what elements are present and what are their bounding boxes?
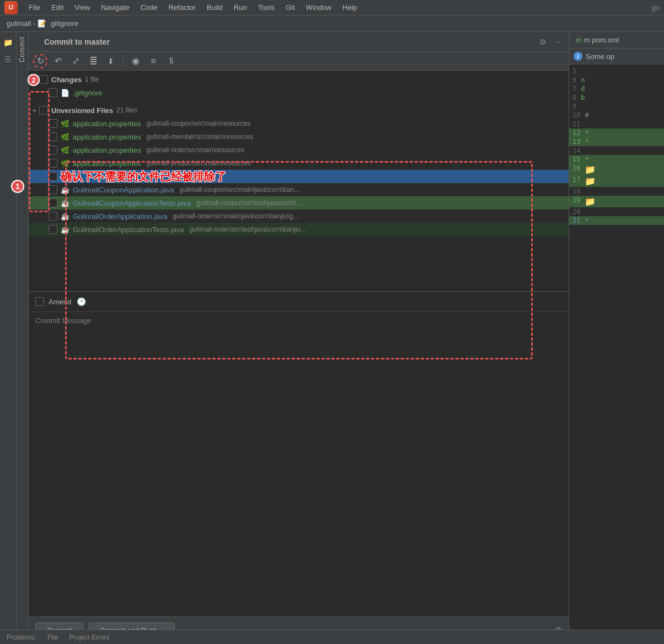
file-checkbox[interactable] — [49, 198, 57, 207]
file-checkbox[interactable] — [49, 132, 57, 141]
file-name: GulimailOrderApplication.java — [73, 212, 167, 221]
file-list-area: ▾ Changes 1 file 📄 .gitignore — [29, 71, 569, 291]
panel-minimize-icon[interactable]: − — [553, 36, 562, 47]
file-path: gulimall-order\src\main\java\com\banjiu\… — [173, 212, 298, 220]
changes-count: 1 file — [85, 76, 99, 83]
breadcrumb: gulimall › 📝 .gitignore — [0, 15, 664, 32]
file-checkbox[interactable] — [49, 225, 57, 234]
menu-file[interactable]: File — [24, 2, 45, 13]
file-name: GulimailCouponApplication.java — [73, 186, 174, 194]
side-strip: 📁 ☰ — [0, 32, 17, 644]
list-item[interactable]: ☕ GulimailOrderApplication.java gulimall… — [29, 210, 569, 223]
list-item[interactable]: ☕ GulimailCouponApplication.java gulimal… — [29, 183, 569, 196]
list-item[interactable]: 🌿 application.properties gulimall-member… — [29, 130, 569, 143]
file-path: gulimall-member\src\main\resources — [147, 133, 253, 141]
menu-git[interactable]: Git — [281, 2, 299, 13]
menu-run[interactable]: Run — [229, 2, 251, 13]
info-text: Some o — [586, 52, 611, 61]
file-path: gulimall-order\src\test\java\com\banjiu.… — [190, 226, 306, 233]
breadcrumb-sep: › — [33, 19, 35, 28]
menu-refactor[interactable]: Refactor — [164, 2, 200, 13]
list-item[interactable]: 🌿 application.properties gulimall-coupon… — [29, 117, 569, 130]
file-name: GulimailOrderApplicationTests.java — [73, 226, 184, 234]
list-item[interactable]: 🌿 application.properties gulimall-order\… — [29, 143, 569, 157]
status-problems[interactable]: Problems: — [7, 634, 36, 641]
panel-header: 2 Commit to master ⚙ − — [29, 32, 569, 52]
spring-icon: 🌿 — [61, 146, 69, 154]
menu-code[interactable]: Code — [136, 2, 162, 13]
commit-message-area[interactable]: Commit Message — [29, 312, 569, 616]
status-bar: Problems: File Project Errors — [0, 630, 664, 644]
changes-checkbox[interactable] — [39, 75, 48, 84]
filter2-button[interactable]: ⥮ — [164, 54, 178, 68]
menubar-right-text: gu — [652, 3, 660, 12]
list-item[interactable]: ☕ GulimailCouponApplicationTests.java gu… — [29, 196, 569, 210]
info-icon: i — [574, 52, 582, 61]
menu-edit[interactable]: Edit — [47, 2, 68, 13]
breadcrumb-file-icon: 📝 — [38, 19, 46, 28]
changes-group: ▾ Changes 1 file 📄 .gitignore — [29, 71, 569, 101]
chevron-down-icon: ▾ — [33, 77, 36, 83]
file-path: gulimall-coupon\src\main\java\com\ban... — [180, 186, 299, 194]
file-checkbox[interactable] — [49, 146, 57, 154]
file-checkbox[interactable] — [49, 88, 57, 97]
menu-view[interactable]: View — [70, 2, 94, 13]
menu-help[interactable]: Help — [338, 2, 362, 13]
breadcrumb-project[interactable]: gulimall — [7, 19, 31, 28]
panel-settings-icon[interactable]: ⚙ — [537, 36, 549, 47]
java-icon: ☕ — [61, 212, 69, 221]
undo-button[interactable]: ↶ — [51, 54, 65, 68]
unversioned-checkbox[interactable] — [39, 106, 48, 115]
annotation-chinese: 确认下不需要的文件已经被排除了 — [61, 169, 226, 184]
move-button[interactable]: ⤢ — [68, 54, 83, 68]
commit-message-input[interactable] — [29, 312, 569, 616]
code-area: 5 6n 7d 8b 9 10# 11 12* 13* 14 15* 16📁 1… — [569, 65, 664, 227]
download-button[interactable]: ⬇ — [104, 54, 118, 68]
refresh-button[interactable]: ↻ — [33, 54, 47, 68]
file-path: gulimall-coupon\src\test\java\com\... — [196, 199, 302, 207]
changes-group-header[interactable]: ▾ Changes 1 file — [29, 73, 569, 86]
file-checkbox[interactable] — [49, 159, 57, 168]
spring-icon: 🌿 — [61, 133, 69, 141]
file-type-icon: 📄 — [61, 89, 69, 97]
file-checkbox[interactable] — [49, 212, 57, 221]
unversioned-label: Unversioned Files — [51, 106, 113, 115]
status-errors[interactable]: Project Errors — [69, 634, 109, 641]
list-item[interactable]: 📄 .gitignore — [29, 86, 569, 99]
clock-icon[interactable]: 🕐 — [76, 296, 87, 307]
project-icon[interactable]: 📁 — [2, 36, 14, 49]
status-file[interactable]: File — [47, 634, 58, 641]
spring-icon: 🌿 — [61, 159, 69, 168]
file-checkbox[interactable] — [49, 172, 57, 181]
panel-title: Commit to master — [44, 37, 533, 46]
structure-icon[interactable]: ☰ — [2, 53, 14, 65]
unversioned-count: 21 files — [116, 106, 137, 114]
file-name: application.properties — [73, 133, 141, 141]
file-name: application.properties — [73, 120, 141, 128]
breadcrumb-file[interactable]: .gitignore — [49, 19, 78, 28]
menu-navigate[interactable]: Navigate — [97, 2, 133, 13]
menu-build[interactable]: Build — [202, 2, 227, 13]
commit-vertical-tab[interactable]: Commit — [17, 32, 28, 67]
menu-window[interactable]: Window — [302, 2, 336, 13]
menu-tools[interactable]: Tools — [254, 2, 279, 13]
spring-icon: 🌿 — [61, 120, 69, 128]
eye-button[interactable]: ◉ — [128, 54, 143, 68]
diff-button[interactable]: ≣ — [86, 54, 100, 68]
java-test-icon: ☕ — [61, 199, 69, 207]
file-path: gulimall-product\src\main\resources — [147, 159, 251, 167]
amend-label: Amend — [49, 298, 71, 306]
java-icon: ☕ — [61, 226, 69, 234]
menubar: IJ File Edit View Navigate Code Refactor… — [0, 0, 664, 15]
amend-checkbox[interactable] — [35, 297, 44, 306]
right-panel-tab[interactable]: m m pom.xml — [569, 32, 664, 49]
list-item[interactable]: 🌿 application.properties gulimall-produc… — [29, 157, 569, 170]
list-item[interactable]: 确认下不需要的文件已经被排除了 — [29, 170, 569, 183]
list-item[interactable]: ☕ GulimailOrderApplicationTests.java gul… — [29, 223, 569, 236]
file-checkbox[interactable] — [49, 185, 57, 194]
file-name: application.properties — [73, 146, 141, 154]
java-icon: ☕ — [61, 186, 69, 194]
unversioned-group-header[interactable]: ▾ Unversioned Files 21 files — [29, 104, 569, 117]
file-checkbox[interactable] — [49, 119, 57, 128]
filter1-button[interactable]: ≡ — [146, 54, 160, 68]
